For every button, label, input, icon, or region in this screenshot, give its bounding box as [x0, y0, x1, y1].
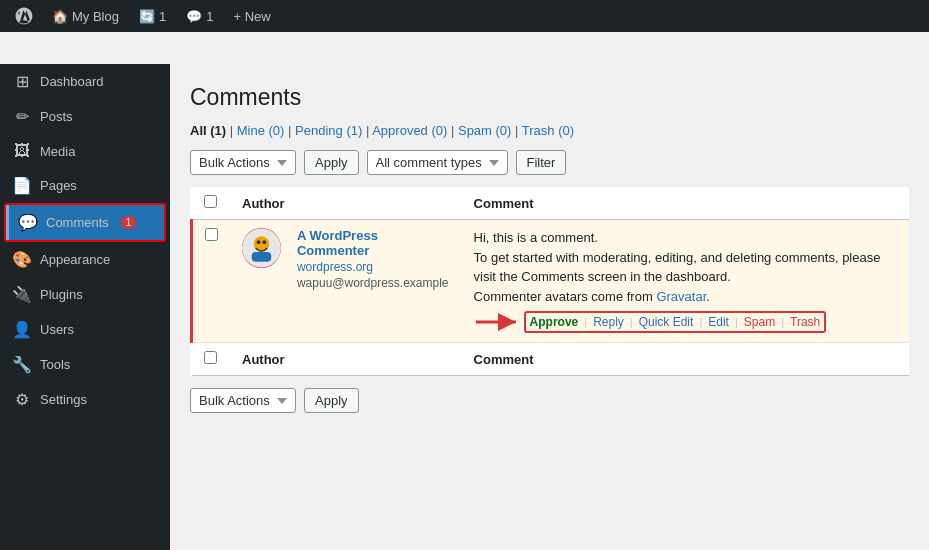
- author-column-header: Author: [230, 187, 462, 220]
- comment-column-header-bottom: Comment: [462, 343, 909, 376]
- tablenav-top: Bulk Actions Apply All comment types Fil…: [190, 150, 909, 175]
- sidebar-item-label: Plugins: [40, 287, 83, 302]
- sidebar-item-settings[interactable]: ⚙ Settings: [0, 382, 170, 417]
- sidebar-item-comments[interactable]: 💬 Comments 1: [6, 205, 164, 240]
- approve-action[interactable]: Approve: [530, 315, 579, 329]
- quick-edit-action[interactable]: Quick Edit: [639, 315, 694, 329]
- comment-text: Hi, this is a comment. To get started wi…: [474, 228, 897, 306]
- sidebar-item-label: Comments: [46, 215, 109, 230]
- row-actions-container: Approve | Reply | Quick Edit | Edit | Sp…: [474, 310, 897, 334]
- tablenav-bottom: Bulk Actions Apply: [190, 388, 909, 413]
- sidebar-item-tools[interactable]: 🔧 Tools: [0, 347, 170, 382]
- author-name: A WordPress Commenter: [297, 228, 450, 258]
- svg-point-4: [262, 240, 266, 244]
- apply-button-bottom[interactable]: Apply: [304, 388, 359, 413]
- sidebar-item-plugins[interactable]: 🔌 Plugins: [0, 277, 170, 312]
- comment-type-select[interactable]: All comment types: [367, 150, 508, 175]
- comments-icon: 💬: [18, 213, 38, 232]
- sidebar-item-appearance[interactable]: 🎨 Appearance: [0, 242, 170, 277]
- trash-action[interactable]: Trash: [790, 315, 820, 329]
- tools-icon: 🔧: [12, 355, 32, 374]
- sidebar-menu: ⊞ Dashboard ✏ Posts 🖼 Media 📄 Pages 💬 Co…: [0, 64, 170, 417]
- author-email: wapuu@wordpress.example: [297, 276, 450, 290]
- sidebar: ⊞ Dashboard ✏ Posts 🖼 Media 📄 Pages 💬 Co…: [0, 64, 170, 550]
- apply-button-top[interactable]: Apply: [304, 150, 359, 175]
- author-url[interactable]: wordpress.org: [297, 260, 450, 274]
- main-content: Comments All (1) | Mine (0) | Pending (1…: [170, 64, 929, 550]
- pages-icon: 📄: [12, 176, 32, 195]
- my-blog-link[interactable]: 🏠 My Blog: [44, 0, 127, 32]
- users-icon: 👤: [12, 320, 32, 339]
- wp-logo-icon: [14, 6, 34, 26]
- comment-column-header: Comment: [462, 187, 909, 220]
- sidebar-item-pages[interactable]: 📄 Pages: [0, 168, 170, 203]
- comment-cell: Hi, this is a comment. To get started wi…: [462, 220, 909, 343]
- wp-logo-link[interactable]: [8, 0, 40, 32]
- comment-icon: 💬: [186, 9, 202, 24]
- filter-trash[interactable]: Trash (0): [522, 123, 574, 138]
- sidebar-item-users[interactable]: 👤 Users: [0, 312, 170, 347]
- row-checkbox-cell: [192, 220, 231, 343]
- author-info: A WordPress Commenter wordpress.org wapu…: [297, 228, 450, 290]
- filter-spam[interactable]: Spam (0): [458, 123, 511, 138]
- filter-mine[interactable]: Mine (0): [237, 123, 285, 138]
- comments-link[interactable]: 💬 1: [178, 0, 221, 32]
- svg-rect-5: [252, 252, 271, 262]
- sidebar-item-label: Settings: [40, 392, 87, 407]
- plugins-icon: 🔌: [12, 285, 32, 304]
- select-all-header: [192, 187, 231, 220]
- my-blog-label: My Blog: [72, 9, 119, 24]
- select-all-checkbox-bottom[interactable]: [204, 351, 217, 364]
- avatar: [242, 228, 281, 268]
- red-arrow-annotation: [474, 310, 524, 334]
- page-title: Comments: [190, 84, 909, 111]
- dashboard-icon: ⊞: [12, 72, 32, 91]
- table-row: A WordPress Commenter wordpress.org wapu…: [192, 220, 910, 343]
- author-column-header-bottom: Author: [230, 343, 462, 376]
- row-checkbox[interactable]: [205, 228, 218, 241]
- edit-action[interactable]: Edit: [708, 315, 729, 329]
- sidebar-item-label: Appearance: [40, 252, 110, 267]
- sidebar-item-posts[interactable]: ✏ Posts: [0, 99, 170, 134]
- updates-icon: 🔄: [139, 9, 155, 24]
- sidebar-item-label: Users: [40, 322, 74, 337]
- updates-count: 1: [159, 9, 166, 24]
- updates-link[interactable]: 🔄 1: [131, 0, 174, 32]
- sidebar-item-label: Tools: [40, 357, 70, 372]
- posts-icon: ✏: [12, 107, 32, 126]
- sidebar-item-media[interactable]: 🖼 Media: [0, 134, 170, 168]
- new-label: + New: [233, 9, 270, 24]
- comments-badge: 1: [121, 216, 137, 229]
- comment-actions-highlighted: Approve | Reply | Quick Edit | Edit | Sp…: [524, 311, 827, 333]
- filter-all[interactable]: All (1): [190, 123, 226, 138]
- filter-button[interactable]: Filter: [516, 150, 567, 175]
- svg-point-2: [254, 236, 270, 252]
- select-all-checkbox[interactable]: [204, 195, 217, 208]
- gravatar-link[interactable]: Gravatar: [656, 289, 706, 304]
- new-content-link[interactable]: + New: [225, 0, 278, 32]
- spam-action[interactable]: Spam: [744, 315, 775, 329]
- select-all-header-bottom: [192, 343, 231, 376]
- sidebar-item-label: Dashboard: [40, 74, 104, 89]
- sidebar-item-label: Posts: [40, 109, 73, 124]
- sidebar-item-label: Media: [40, 144, 75, 159]
- sidebar-item-dashboard[interactable]: ⊞ Dashboard: [0, 64, 170, 99]
- author-cell: A WordPress Commenter wordpress.org wapu…: [230, 220, 462, 343]
- filter-links: All (1) | Mine (0) | Pending (1) | Appro…: [190, 123, 909, 138]
- filter-approved[interactable]: Approved (0): [372, 123, 447, 138]
- filter-pending[interactable]: Pending (1): [295, 123, 362, 138]
- sidebar-item-label: Pages: [40, 178, 77, 193]
- table-row-footer-header: Author Comment: [192, 343, 910, 376]
- admin-bar: 🏠 My Blog 🔄 1 💬 1 + New: [0, 0, 929, 32]
- home-icon: 🏠: [52, 9, 68, 24]
- settings-icon: ⚙: [12, 390, 32, 409]
- appearance-icon: 🎨: [12, 250, 32, 269]
- svg-point-3: [257, 240, 261, 244]
- avatar-image: [242, 228, 281, 268]
- reply-action[interactable]: Reply: [593, 315, 624, 329]
- comments-count: 1: [206, 9, 213, 24]
- bulk-actions-select-top[interactable]: Bulk Actions: [190, 150, 296, 175]
- bulk-actions-select-bottom[interactable]: Bulk Actions: [190, 388, 296, 413]
- comments-table: Author Comment: [190, 187, 909, 376]
- media-icon: 🖼: [12, 142, 32, 160]
